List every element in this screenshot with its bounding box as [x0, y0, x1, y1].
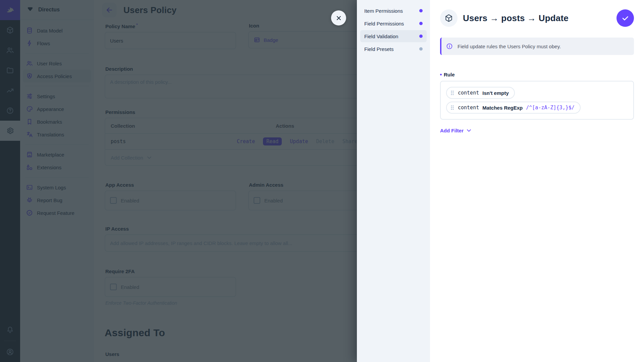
confirm-button[interactable] — [616, 9, 634, 27]
tab-field-permissions[interactable]: Field Permissions — [360, 17, 427, 29]
filter-operator[interactable]: Isn't empty — [482, 90, 509, 96]
rule-filters-box: content Isn't empty content Matches RegE… — [440, 81, 634, 120]
info-notice: Field update rules the Users Policy must… — [440, 38, 634, 55]
drawer-header: Users → posts → Update — [440, 0, 634, 36]
tab-field-presets[interactable]: Field Presets — [360, 43, 427, 55]
cube-icon — [444, 14, 453, 22]
filter-rule[interactable]: content Matches RegExp /^[a-zA-Z]{3,}$/ — [446, 102, 581, 114]
drawer-title: Users → posts → Update — [463, 13, 611, 23]
notice-text: Field update rules the Users Policy must… — [458, 44, 561, 49]
close-drawer-button[interactable] — [331, 10, 346, 25]
drag-handle-icon[interactable] — [450, 90, 454, 96]
collection-icon-chip — [440, 9, 458, 27]
status-dot — [419, 9, 423, 12]
directus-settings-screen: Directus Data Model Flows User Roles Acc… — [0, 0, 644, 362]
filter-field[interactable]: content — [458, 90, 479, 96]
drawer-nav: Item Permissions Field Permissions Field… — [357, 0, 430, 362]
rule-label-row: Rule — [440, 72, 634, 77]
drawer-overlay-scrim[interactable] — [0, 0, 357, 362]
check-icon — [621, 14, 629, 22]
filter-operator[interactable]: Matches RegExp — [482, 105, 523, 111]
status-dot — [419, 35, 423, 38]
add-filter-button[interactable]: Add Filter — [440, 127, 472, 134]
drawer-main: Users → posts → Update Field update rule… — [430, 0, 644, 362]
filter-value[interactable]: /^[a-zA-Z]{3,}$/ — [526, 105, 575, 111]
info-icon — [446, 43, 453, 50]
filter-field[interactable]: content — [458, 105, 479, 111]
edited-dot — [440, 74, 442, 75]
tab-field-validation[interactable]: Field Validation — [360, 30, 427, 42]
rule-label: Rule — [444, 72, 455, 77]
tab-item-permissions[interactable]: Item Permissions — [360, 5, 427, 17]
drag-handle-icon[interactable] — [450, 105, 454, 111]
permissions-drawer: Item Permissions Field Permissions Field… — [357, 0, 644, 362]
status-dot — [419, 22, 423, 25]
status-dot — [419, 47, 423, 51]
close-icon — [335, 15, 342, 21]
filter-rule[interactable]: content Isn't empty — [446, 87, 515, 99]
chevron-down-icon — [466, 127, 472, 134]
